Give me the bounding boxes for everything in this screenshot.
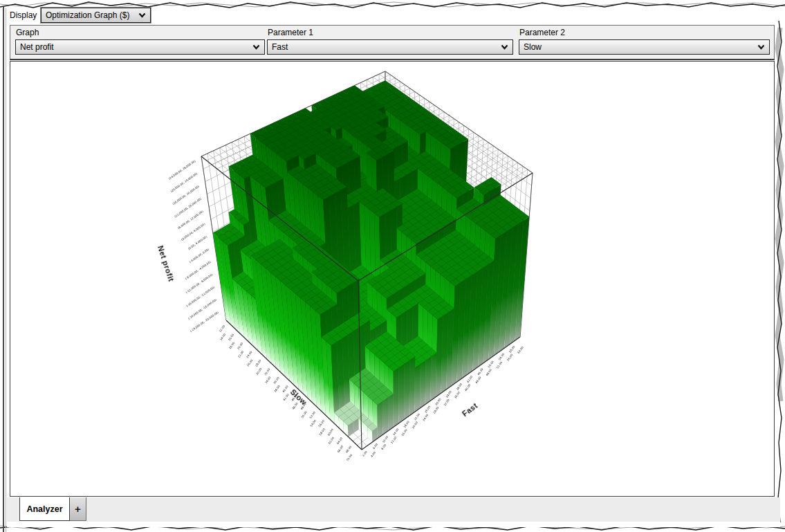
chevron-down-icon bbox=[252, 44, 260, 50]
torn-edge-right bbox=[774, 0, 785, 532]
window-left-border-inner bbox=[6, 8, 6, 532]
tab-analyzer[interactable]: Analyzer bbox=[19, 497, 70, 521]
display-label: Display bbox=[10, 10, 37, 20]
tab-analyzer-label: Analyzer bbox=[26, 504, 62, 514]
bottom-margin bbox=[7, 522, 780, 527]
param1-select[interactable]: Fast bbox=[267, 39, 513, 55]
workspace-tab-strip bbox=[7, 497, 780, 522]
param1-select-value: Fast bbox=[272, 42, 501, 52]
add-tab-button[interactable]: + bbox=[70, 497, 86, 521]
param2-select-label: Parameter 2 bbox=[519, 28, 565, 37]
chevron-down-icon bbox=[757, 44, 765, 50]
display-mode-value: Optimization Graph ($) bbox=[46, 10, 138, 20]
optimization-graph-panel: Net profit Slow Fast bbox=[10, 61, 775, 497]
param2-select[interactable]: Slow bbox=[519, 39, 770, 55]
param1-select-label: Parameter 1 bbox=[268, 28, 313, 37]
chevron-down-icon bbox=[138, 12, 146, 18]
graph-select-label: Graph bbox=[16, 28, 39, 37]
param2-select-value: Slow bbox=[524, 42, 757, 52]
optimization-3d-surface[interactable] bbox=[10, 62, 774, 496]
graph-select-value: Net profit bbox=[20, 42, 252, 52]
graph-select[interactable]: Net profit bbox=[15, 39, 265, 55]
window-left-border bbox=[3, 6, 4, 532]
chevron-down-icon bbox=[501, 44, 508, 50]
display-mode-dropdown[interactable]: Optimization Graph ($) bbox=[41, 8, 151, 23]
plus-icon: + bbox=[75, 503, 81, 515]
